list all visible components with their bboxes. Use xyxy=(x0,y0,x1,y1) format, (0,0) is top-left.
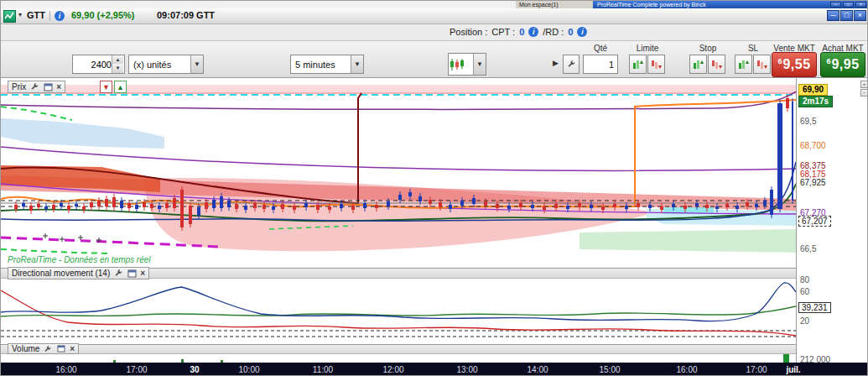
header-separator xyxy=(49,11,50,21)
wrench-icon xyxy=(44,345,52,353)
quantity-stepper[interactable]: ▲ ▼ xyxy=(72,55,125,74)
price-axis-label: 68,700 xyxy=(800,141,826,150)
axis-zoom-out-button[interactable]: − xyxy=(860,89,868,97)
dm-settings-button[interactable] xyxy=(113,269,123,279)
chart-style-button[interactable]: ▼ xyxy=(448,53,486,76)
price-axis-label: 69,5 xyxy=(800,117,816,126)
wrench-icon xyxy=(114,269,123,278)
symbol-dropdown-icon[interactable]: ▾ xyxy=(18,11,22,18)
close-button[interactable]: × xyxy=(854,10,866,21)
price-popout-button[interactable] xyxy=(43,82,53,92)
limit-buy-button[interactable] xyxy=(629,55,647,74)
volume-panel-bar xyxy=(1,344,868,354)
quantity-input[interactable] xyxy=(76,59,113,70)
watermark: ProRealTime - Données en temps réel xyxy=(8,255,151,264)
price-chart-canvas[interactable] xyxy=(1,85,796,268)
price-panel-chip: Prix × xyxy=(8,81,65,93)
price-level-box: 67,207 xyxy=(798,216,831,227)
trade-settings-button[interactable] xyxy=(563,55,580,74)
time-label: 16:00 xyxy=(670,365,704,374)
sl-column-header: SL xyxy=(731,44,775,53)
time-label: 11:00 xyxy=(306,365,340,374)
cpt-label: CPT : xyxy=(491,27,515,37)
stop-sell-button[interactable] xyxy=(708,55,725,74)
workspace-tab[interactable]: Mon espace(1) xyxy=(516,1,596,8)
symbol-label[interactable]: GTT xyxy=(27,10,45,20)
dm-value-box: 39,231 xyxy=(798,302,831,313)
volume-chart-canvas[interactable] xyxy=(1,354,796,363)
timeframe-select[interactable]: 5 minutes ▼ xyxy=(290,55,364,74)
trade-panel-collapse-icon[interactable]: ▶ xyxy=(553,59,559,67)
maximize-button[interactable]: □ xyxy=(840,10,853,21)
sl-buy-button[interactable] xyxy=(735,55,752,74)
buy-price-prefix: 6 xyxy=(826,57,830,65)
chart-style-dropdown-icon[interactable]: ▼ xyxy=(473,54,486,75)
dm-chart-canvas[interactable] xyxy=(1,279,796,344)
cpt-value: 0 xyxy=(519,27,524,37)
dm-axis-label: 60 xyxy=(800,287,809,296)
units-dropdown-icon[interactable]: ▼ xyxy=(190,55,203,73)
app-minimize-icon[interactable]: ─ xyxy=(830,2,841,8)
time-label: 12:00 xyxy=(377,365,410,374)
time-label: 15:00 xyxy=(593,365,626,374)
stop-column-header: Stop xyxy=(686,44,730,53)
axis-zoom-in-button[interactable]: + xyxy=(860,81,868,88)
cpt-info-icon[interactable]: i xyxy=(528,27,538,37)
app-title: ProRealTime Complete powered by Binck xyxy=(597,2,706,8)
buy-price: 9,95 xyxy=(831,57,859,72)
qty-column-header: Qté xyxy=(583,44,618,53)
dm-axis-label: 80 xyxy=(800,275,809,285)
timeframe-dropdown-icon[interactable]: ▼ xyxy=(351,55,363,73)
timeframe-selected-value: 5 minutes xyxy=(291,60,351,70)
order-qty-input[interactable] xyxy=(583,55,618,74)
time-label: 13:00 xyxy=(450,365,484,374)
limit-sell-button[interactable] xyxy=(647,55,665,74)
buy-order-icon xyxy=(693,60,704,70)
app-close-icon[interactable]: × xyxy=(855,2,866,8)
price-axis-label: 66,5 xyxy=(800,244,816,253)
window-icon xyxy=(57,345,65,352)
sell-price-prefix: 6 xyxy=(777,57,782,65)
position-label: Position : xyxy=(450,27,487,37)
quantity-up-icon[interactable]: ▲ xyxy=(112,55,123,64)
price-axis[interactable]: 69,90 2m17s 69,5 68,700 68,375 68,175 67… xyxy=(796,78,868,363)
time-axis[interactable]: 16:00 17:00 30 10:00 11:00 12:00 13:00 1… xyxy=(1,363,868,376)
window-icon xyxy=(44,83,53,91)
position-summary: Position : CPT : 0 i /RD : 0 i xyxy=(450,27,587,37)
sell-order-icon xyxy=(711,60,722,70)
buy-order-icon xyxy=(632,60,643,70)
units-select[interactable]: (x) unités ▼ xyxy=(128,55,204,74)
dm-panel-chip: Directional movement (14) × xyxy=(8,267,149,279)
countdown-label: 2m17s xyxy=(798,96,833,107)
instrument-info-icon[interactable]: i xyxy=(55,11,65,21)
time-label: juil. xyxy=(777,365,810,374)
dm-panel-title: Directional movement (14) xyxy=(12,269,110,278)
wrench-icon xyxy=(30,82,39,91)
stop-buy-button[interactable] xyxy=(689,55,707,74)
volume-panel-chip: Volume × xyxy=(8,343,79,354)
price-close-icon[interactable]: × xyxy=(56,82,61,91)
chart-sell-arrow-button[interactable]: ▼ xyxy=(100,81,112,93)
last-price-label: 69,90 xyxy=(798,84,828,96)
time-label: 14:00 xyxy=(521,365,554,374)
quantity-down-icon[interactable]: ▼ xyxy=(112,64,123,73)
dm-close-icon[interactable]: × xyxy=(140,269,145,278)
sl-sell-button[interactable] xyxy=(753,55,771,74)
time-label: 10:00 xyxy=(232,365,266,374)
price-settings-button[interactable] xyxy=(29,82,39,92)
chart-buy-arrow-button[interactable]: ▲ xyxy=(114,81,127,93)
volume-popout-button[interactable] xyxy=(56,344,66,354)
sell-market-button[interactable]: 6 9,55 xyxy=(772,52,817,77)
rd-label: /RD : xyxy=(543,27,564,37)
rd-info-icon[interactable]: i xyxy=(577,27,587,37)
dm-popout-button[interactable] xyxy=(127,269,137,279)
volume-close-icon[interactable]: × xyxy=(70,344,75,353)
minimize-button[interactable]: ─ xyxy=(827,10,839,21)
clock-label: 09:07:09 GTT xyxy=(157,10,215,20)
volume-settings-button[interactable] xyxy=(43,344,53,354)
price-axis-label: 67,925 xyxy=(800,178,826,187)
time-label: 16:00 xyxy=(49,365,83,374)
limit-column-header: Limite xyxy=(626,44,669,53)
app-restore-icon[interactable]: □ xyxy=(843,2,854,8)
buy-market-button[interactable]: 6 9,95 xyxy=(820,52,865,77)
